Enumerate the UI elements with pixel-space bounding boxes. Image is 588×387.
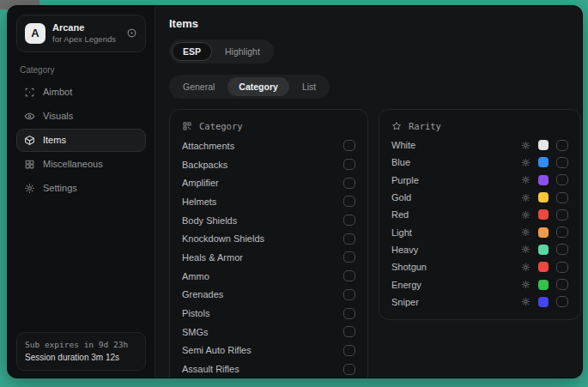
rarity-label: Light (391, 227, 521, 238)
sidebar-item-label: Miscellaneous (43, 159, 103, 169)
category-panel-title: Category (199, 121, 243, 131)
sidebar-item-aimbot[interactable]: Aimbot (16, 81, 146, 104)
checkbox[interactable] (343, 308, 355, 319)
color-swatch[interactable] (538, 209, 549, 220)
category-label: Knockdown Shields (182, 233, 343, 244)
category-panel: Category Attachments Backpacks Amplifier… (169, 109, 368, 378)
gear-icon[interactable] (521, 245, 530, 254)
tab-list[interactable]: List (291, 77, 327, 96)
checkbox[interactable] (343, 140, 355, 151)
rarity-row: Light (391, 223, 568, 240)
sidebar-nav: Aimbot Visuals Items Miscellaneous (16, 81, 146, 200)
rarity-label: Blue (391, 157, 521, 167)
rarity-label: Purple (391, 175, 521, 185)
category-row: Grenades (182, 286, 355, 305)
rarity-row: Heavy (391, 241, 568, 258)
checkbox[interactable] (556, 227, 568, 238)
sidebar-item-miscellaneous[interactable]: Miscellaneous (16, 153, 146, 176)
brand-title: Arcane (52, 22, 116, 34)
gear-icon[interactable] (521, 193, 530, 203)
rarity-row: White (391, 136, 568, 154)
category-label: Backpacks (182, 160, 343, 170)
category-row: Semi Auto Rifles (182, 342, 355, 360)
sidebar-section-label: Category (20, 65, 142, 75)
color-swatch[interactable] (538, 157, 549, 167)
color-swatch[interactable] (538, 140, 549, 150)
sidebar-item-label: Settings (43, 183, 77, 193)
rarity-label: Red (391, 209, 521, 220)
checkbox[interactable] (343, 251, 355, 263)
color-swatch[interactable] (538, 175, 549, 185)
gear-icon[interactable] (521, 263, 530, 272)
gear-icon[interactable] (521, 280, 530, 289)
tab-category[interactable]: Category (227, 77, 289, 96)
color-swatch[interactable] (538, 262, 549, 272)
category-label: Assault Rifles (182, 364, 343, 374)
sidebar-item-label: Items (43, 135, 66, 145)
checkbox[interactable] (343, 270, 355, 281)
disc-icon[interactable] (126, 27, 137, 39)
gear-icon[interactable] (521, 227, 530, 237)
checkbox[interactable] (556, 244, 568, 255)
checkbox[interactable] (556, 262, 568, 273)
sidebar-item-items[interactable]: Items (16, 129, 146, 152)
checkbox[interactable] (343, 364, 355, 375)
checkbox[interactable] (343, 345, 355, 356)
checkbox[interactable] (343, 159, 355, 170)
crosshair-icon (24, 87, 35, 98)
tab-esp[interactable]: ESP (172, 42, 212, 61)
color-swatch[interactable] (538, 280, 549, 290)
checkbox[interactable] (343, 289, 355, 300)
tab-highlight[interactable]: Highlight (214, 42, 271, 61)
checkbox[interactable] (343, 178, 355, 189)
rarity-label: Heavy (391, 245, 521, 255)
category-label: Semi Auto Rifles (182, 345, 343, 355)
checkbox[interactable] (343, 233, 355, 245)
checkbox[interactable] (556, 192, 568, 203)
sidebar-item-settings[interactable]: Settings (16, 177, 146, 200)
rarity-row: Blue (391, 154, 568, 171)
category-row: Attachments (182, 136, 355, 155)
checkbox[interactable] (343, 196, 355, 207)
category-row: Amplifier (182, 173, 355, 192)
tab-general[interactable]: General (172, 77, 226, 96)
checkbox[interactable] (556, 279, 568, 290)
rarity-label: Shotgun (391, 262, 521, 272)
color-swatch[interactable] (538, 245, 549, 255)
eye-icon (24, 111, 35, 122)
checkbox[interactable] (556, 174, 568, 185)
category-row: Knockdown Shields (182, 229, 355, 248)
sidebar-item-label: Aimbot (43, 87, 72, 97)
category-label: Amplifier (182, 178, 343, 188)
layout-grid-icon (24, 159, 35, 170)
rarity-row: Purple (391, 172, 568, 189)
cube-icon (24, 135, 35, 146)
color-swatch[interactable] (538, 227, 549, 238)
qr-grid-icon (182, 121, 192, 131)
category-label: Ammo (182, 271, 343, 281)
star-icon (391, 121, 402, 131)
gear-icon[interactable] (521, 297, 530, 306)
checkbox[interactable] (556, 140, 568, 151)
sidebar-item-visuals[interactable]: Visuals (16, 105, 146, 128)
view-tab-group: General Category List (169, 75, 330, 99)
color-swatch[interactable] (538, 192, 549, 203)
rarity-label: White (391, 140, 521, 150)
mode-tab-group: ESP Highlight (169, 39, 274, 63)
checkbox[interactable] (343, 326, 355, 337)
gear-icon[interactable] (521, 141, 530, 150)
category-label: Body Shields (182, 215, 343, 226)
checkbox[interactable] (556, 209, 568, 221)
checkbox[interactable] (556, 157, 568, 168)
category-row: SMGs (182, 323, 355, 342)
checkbox[interactable] (343, 215, 355, 226)
gear-icon[interactable] (521, 175, 530, 184)
checkbox[interactable] (556, 296, 568, 307)
gear-icon[interactable] (521, 210, 530, 220)
color-swatch[interactable] (538, 297, 549, 307)
session-duration-text: Session duration 3m 12s (25, 351, 137, 364)
category-label: Grenades (182, 289, 343, 299)
gear-icon[interactable] (521, 158, 530, 167)
brand-logo: A (25, 23, 45, 44)
category-row: Ammo (182, 267, 355, 286)
